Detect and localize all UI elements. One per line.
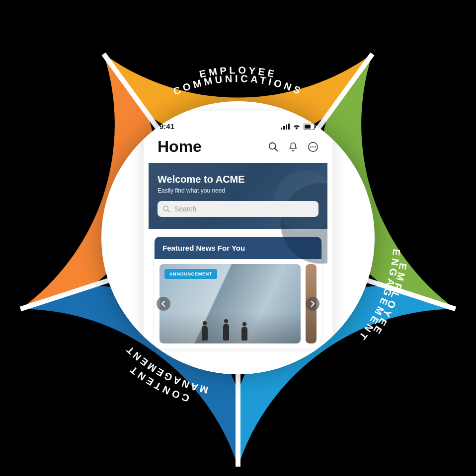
svg-rect-8 xyxy=(288,124,290,130)
svg-point-16 xyxy=(313,146,314,147)
person-silhouette-icon xyxy=(202,326,208,340)
hero-title: Welcome to ACME xyxy=(158,174,318,185)
person-silhouette-icon xyxy=(241,327,247,340)
search-input[interactable] xyxy=(158,201,318,217)
svg-point-15 xyxy=(310,146,312,147)
signal-icon xyxy=(281,124,290,130)
carousel-prev-button[interactable] xyxy=(157,297,170,311)
search-icon xyxy=(162,205,170,213)
svg-rect-7 xyxy=(286,125,287,130)
chevron-right-icon xyxy=(310,301,315,307)
search-icon[interactable] xyxy=(268,141,279,152)
svg-rect-6 xyxy=(283,126,285,130)
hero-banner: Welcome to ACME Easily find what you nee… xyxy=(149,163,327,229)
hero-subtitle: Easily find what you need xyxy=(158,187,318,194)
chevron-left-icon xyxy=(161,301,166,307)
phone-mockup: 9:41 Home xyxy=(144,111,332,374)
search-field[interactable] xyxy=(174,205,314,213)
center-phone-preview: 9:41 Home xyxy=(101,101,375,374)
carousel-next-button[interactable] xyxy=(306,297,319,311)
svg-point-17 xyxy=(315,146,316,147)
svg-rect-10 xyxy=(305,125,311,129)
news-item[interactable]: ANNOUNCEMENT xyxy=(159,264,301,343)
more-icon[interactable] xyxy=(308,141,318,152)
bell-icon[interactable] xyxy=(288,141,299,152)
wifi-icon xyxy=(293,124,301,130)
page-title: Home xyxy=(158,137,202,156)
svg-rect-11 xyxy=(315,125,316,128)
battery-icon xyxy=(304,124,317,130)
svg-line-19 xyxy=(167,210,169,212)
svg-rect-5 xyxy=(281,128,282,130)
phone-status-bar: 9:41 xyxy=(149,116,327,133)
person-silhouette-icon xyxy=(223,324,229,340)
svg-line-13 xyxy=(275,148,278,151)
announcement-badge: ANNOUNCEMENT xyxy=(164,269,217,279)
